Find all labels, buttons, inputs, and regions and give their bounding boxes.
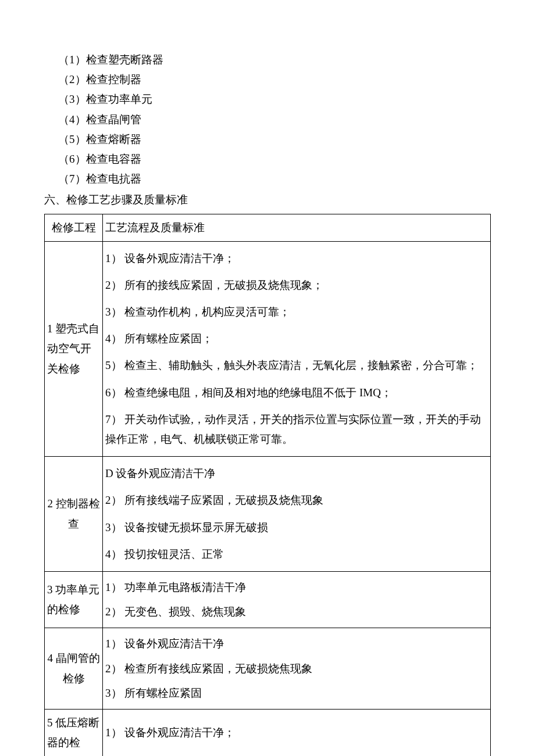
- table-row: 2 控制器检查 D 设备外观应清洁干净 2） 所有接线端子应紧固，无破损及烧焦现…: [45, 457, 491, 572]
- step-text: 2） 所有的接线应紧固，无破损及烧焦现象；: [105, 272, 488, 299]
- step-text: 1） 设备外观应清洁干净；: [105, 721, 488, 745]
- step-text: 1） 设备外观应清洁干净；: [105, 245, 488, 272]
- table-row: 4 晶闸管的检修 1） 设备外观应清洁干净 2） 检查所有接线应紧固，无破损烧焦…: [45, 628, 491, 710]
- row-steps-cell: 1） 设备外观应清洁干净 2） 检查所有接线应紧固，无破损烧焦现象 3） 所有螺…: [103, 628, 491, 710]
- table-header-cell-1: 检修工程: [45, 214, 103, 241]
- list-item: （5）检查熔断器: [58, 130, 491, 149]
- list-item: （4）检查晶闸管: [58, 110, 491, 130]
- step-text: 4） 投切按钮灵活、正常: [105, 541, 488, 568]
- list-item: （2）检查控制器: [58, 70, 491, 89]
- row-name-cell: 5 低压熔断器的检: [45, 709, 103, 756]
- table-header-row: 检修工程 工艺流程及质量标准: [45, 214, 491, 241]
- step-text: 2） 无变色、损毁、烧焦现象: [105, 600, 488, 624]
- step-text: 5） 检查主、辅助触头，触头外表应清洁，无氧化层，接触紧密，分合可靠；: [105, 352, 488, 379]
- document-page: （1）检查塑壳断路器 （2）检查控制器 （3）检查功率单元 （4）检查晶闸管 （…: [0, 0, 535, 756]
- table-row: 3 功率单元的检修 1） 功率单元电路板清洁干净 2） 无变色、损毁、烧焦现象: [45, 571, 491, 628]
- list-item: （6）检查电容器: [58, 149, 491, 169]
- list-item: （7）检查电抗器: [58, 169, 491, 189]
- step-text: 3） 检查动作机构，机构应灵活可靠；: [105, 299, 488, 325]
- row-steps-cell: 1） 功率单元电路板清洁干净 2） 无变色、损毁、烧焦现象: [103, 571, 491, 628]
- step-text: D 设备外观应清洁干净: [105, 460, 488, 487]
- step-text: 6） 检查绝缘电阻，相间及相对地的绝缘电阻不低于 IMQ；: [105, 379, 488, 406]
- step-text: 2） 检查所有接线应紧固，无破损烧焦现象: [105, 657, 488, 681]
- row-name-cell: 4 晶闸管的检修: [45, 628, 103, 710]
- step-text: 2） 所有接线端子应紧固，无破损及烧焦现象: [105, 487, 488, 514]
- list-item: （1）检查塑壳断路器: [58, 50, 491, 70]
- step-text: 7） 开关动作试验,，动作灵活，开关的指示位置与实际位置一致，开关的手动操作正常…: [105, 406, 488, 453]
- list-item: （3）检查功率单元: [58, 89, 491, 109]
- row-name-cell: 2 控制器检查: [45, 457, 103, 572]
- row-name-cell: 1 塑壳式自动空气开关检修: [45, 241, 103, 457]
- intro-numbered-list: （1）检查塑壳断路器 （2）检查控制器 （3）检查功率单元 （4）检查晶闸管 （…: [44, 50, 491, 189]
- row-name-cell: 3 功率单元的检修: [45, 571, 103, 628]
- row-steps-cell: D 设备外观应清洁干净 2） 所有接线端子应紧固，无破损及烧焦现象 3） 设备按…: [103, 457, 491, 572]
- table-row: 1 塑壳式自动空气开关检修 1） 设备外观应清洁干净； 2） 所有的接线应紧固，…: [45, 241, 491, 457]
- step-text: 3） 设备按键无损坏显示屏无破损: [105, 514, 488, 541]
- step-text: 1） 功率单元电路板清洁干净: [105, 575, 488, 600]
- step-text: 3） 所有螺栓应紧固: [105, 681, 488, 705]
- table-row: 5 低压熔断器的检 1） 设备外观应清洁干净；: [45, 709, 491, 756]
- section-heading-six: 六、检修工艺步骤及质量标准: [44, 190, 491, 210]
- procedure-table: 检修工程 工艺流程及质量标准 1 塑壳式自动空气开关检修 1） 设备外观应清洁干…: [44, 214, 491, 757]
- step-text: 4） 所有螺栓应紧固；: [105, 325, 488, 352]
- row-steps-cell: 1） 设备外观应清洁干净；: [103, 709, 491, 756]
- row-steps-cell: 1） 设备外观应清洁干净； 2） 所有的接线应紧固，无破损及烧焦现象； 3） 检…: [103, 241, 491, 457]
- table-header-cell-2: 工艺流程及质量标准: [103, 214, 491, 241]
- step-text: 1） 设备外观应清洁干净: [105, 632, 488, 656]
